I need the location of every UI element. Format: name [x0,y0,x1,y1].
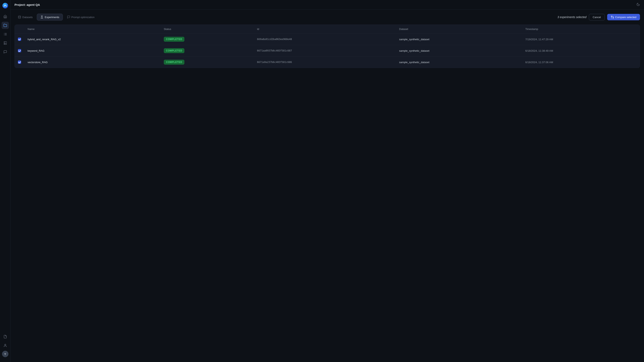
row-checkbox-cell[interactable] [15,56,24,68]
svg-point-9 [18,16,21,16]
table-header: Name Status Id Dataset Timestamp [15,25,640,33]
status-badge: COMPLETED [164,37,184,42]
sidebar-item-docs[interactable] [2,333,9,340]
sidebar-item-chat[interactable] [2,48,9,55]
col-dataset: Dataset [396,25,522,33]
svg-point-0 [2,3,8,8]
selection-bar: 3 experiments selected Cancel Compare se… [558,14,640,20]
row-checkbox-cell[interactable] [15,33,24,45]
main-content: Project: agent QA Datasets Experiments [10,0,644,362]
tab-datasets[interactable]: Datasets [14,14,36,20]
svg-point-8 [5,344,6,345]
col-name: Name [24,25,160,33]
row-name: vectorstore_RAG [24,56,160,68]
row-checkbox[interactable] [18,60,21,64]
row-timestamp: 7/19/2024, 11:47:29 AM [522,33,640,45]
app-logo[interactable] [2,2,8,9]
row-name: hybrid_and_rerank_RAG_v2 [24,33,160,45]
row-status: COMPLETED [160,33,254,45]
tab-experiments[interactable]: Experiments [37,14,62,20]
col-checkbox [15,25,24,33]
sidebar-bottom: Y [2,333,9,360]
row-checkbox[interactable] [18,49,21,52]
compare-selected-button[interactable]: Compare selected [607,14,640,20]
sidebar-item-user[interactable] [2,342,9,349]
compare-icon [611,15,614,19]
row-name: keyword_RAG [24,45,160,56]
row-id: 6671aa0937b6c403f581c687 [254,45,396,56]
theme-toggle[interactable] [636,2,640,7]
sidebar-item-list[interactable] [2,30,9,38]
row-status: COMPLETED [160,56,254,68]
table-row[interactable]: keyword_RAG COMPLETED 6671aa0937b6c403f5… [15,45,640,56]
sidebar: Y [0,0,10,362]
tab-prompt-optimization[interactable]: Prompt optimization [64,14,98,20]
row-timestamp: 6/18/2024, 11:38:49 AM [522,45,640,56]
sidebar-item-experiments[interactable] [2,39,9,47]
row-dataset: sample_synthetic_dataset [396,56,522,68]
selection-count: 3 experiments selected [558,15,586,19]
content-area: Datasets Experiments Prompt optimization… [10,10,644,362]
row-checkbox[interactable] [18,38,21,41]
row-checkbox-cell[interactable] [15,45,24,56]
table-row[interactable]: vectorstore_RAG COMPLETED 6671a9a237b6c4… [15,56,640,68]
row-id: 669a8a91cd2ba063ee960e48 [254,33,396,45]
row-status: COMPLETED [160,45,254,56]
table-row[interactable]: hybrid_and_rerank_RAG_v2 COMPLETED 669a8… [15,33,640,45]
col-timestamp: Timestamp [522,25,640,33]
status-badge: COMPLETED [164,48,184,53]
top-bar: Project: agent QA [10,0,644,10]
cancel-button[interactable]: Cancel [589,14,604,20]
col-id: Id [254,25,396,33]
row-dataset: sample_synthetic_dataset [396,33,522,45]
user-avatar[interactable]: Y [2,351,8,357]
project-title: Project: agent QA [14,3,40,6]
col-status: Status [160,25,254,33]
row-timestamp: 6/18/2024, 11:37:06 AM [522,56,640,68]
toolbar: Datasets Experiments Prompt optimization… [14,14,640,20]
svg-point-1 [5,6,6,7]
sidebar-item-projects[interactable] [2,22,9,29]
sidebar-item-home[interactable] [2,13,9,20]
status-badge: COMPLETED [164,60,184,64]
experiments-table: Name Status Id Dataset Timestamp hybrid_… [14,24,640,68]
row-dataset: sample_synthetic_dataset [396,45,522,56]
row-id: 6671a9a237b6c403f581c686 [254,56,396,68]
